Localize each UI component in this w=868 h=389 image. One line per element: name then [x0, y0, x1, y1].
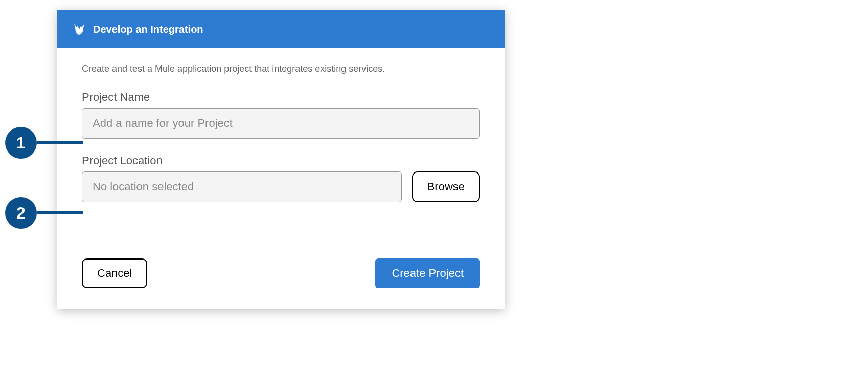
project-location-label: Project Location: [82, 154, 480, 167]
dialog-header: Develop an Integration: [57, 10, 505, 48]
browse-button[interactable]: Browse: [412, 171, 480, 202]
create-project-button[interactable]: Create Project: [375, 258, 480, 288]
dialog-title: Develop an Integration: [93, 24, 203, 35]
develop-integration-dialog: Develop an Integration Create and test a…: [57, 10, 505, 309]
project-location-row: Browse: [82, 171, 480, 202]
cancel-button[interactable]: Cancel: [82, 258, 147, 288]
mule-icon: [73, 23, 86, 36]
project-name-group: Project Name: [82, 91, 480, 139]
callout-line-1: [37, 141, 83, 144]
callout-badge-2: 2: [5, 197, 37, 229]
dialog-footer: Cancel Create Project: [82, 258, 480, 288]
project-location-group: Project Location Browse: [82, 154, 480, 202]
callout-badge-1: 1: [5, 127, 37, 159]
callout-2: 2: [5, 197, 83, 229]
project-name-input[interactable]: [82, 108, 480, 139]
dialog-body: Create and test a Mule application proje…: [57, 48, 505, 309]
dialog-description: Create and test a Mule application proje…: [82, 63, 480, 74]
project-location-input[interactable]: [82, 171, 402, 202]
project-name-label: Project Name: [82, 91, 480, 104]
callout-1: 1: [5, 127, 83, 159]
callout-line-2: [37, 211, 83, 214]
